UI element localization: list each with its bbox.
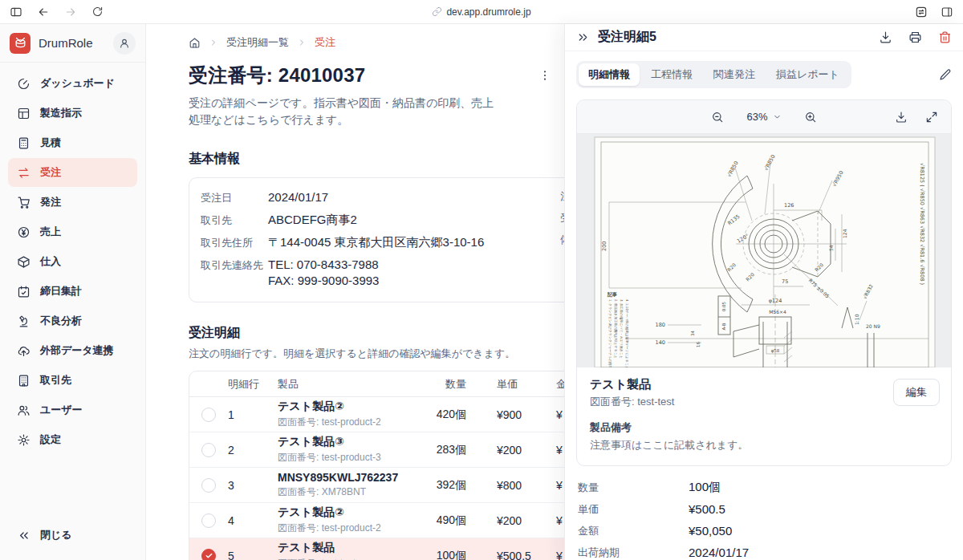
- link-icon: [432, 6, 442, 17]
- chevrons-right-icon[interactable]: [576, 30, 590, 44]
- printer-icon[interactable]: [908, 30, 922, 44]
- microscope-icon: [16, 314, 30, 328]
- svg-text:φ58: φ58: [771, 348, 780, 354]
- sidebar-item-purchase-orders[interactable]: 発注: [8, 188, 137, 217]
- zoom-in-icon[interactable]: [804, 111, 817, 124]
- sidebar-item-sales[interactable]: 売上: [8, 217, 137, 246]
- trash-icon[interactable]: [938, 30, 952, 44]
- cloud-upload-icon: [16, 343, 30, 358]
- gear-icon: [16, 432, 30, 447]
- svg-text:126: 126: [784, 202, 794, 209]
- svg-text:1:10: 1:10: [854, 314, 859, 325]
- sidebar-item-label: 外部データ連携: [40, 343, 114, 358]
- building-icon: [16, 373, 30, 388]
- sidebar-item-label: 受注: [40, 165, 61, 180]
- sidebar-item-label: 見積: [40, 136, 61, 150]
- sidebar-item-orders[interactable]: 受注: [8, 158, 137, 187]
- detail-row: 単価 ¥500.5: [578, 498, 950, 520]
- browser-sidebar-toggle-icon[interactable]: [10, 6, 22, 18]
- user-avatar[interactable]: [113, 32, 136, 55]
- svg-text:A-B: A-B: [721, 323, 726, 330]
- edit-button[interactable]: 編集: [893, 379, 940, 406]
- sidebar-item-defect-analysis[interactable]: 不良分析: [8, 306, 137, 335]
- download-icon[interactable]: [879, 30, 892, 44]
- zoom-level-value: 63%: [746, 111, 767, 123]
- panel-toggle-icon[interactable]: [941, 6, 953, 18]
- row-radio[interactable]: [201, 408, 216, 422]
- row-radio[interactable]: [201, 478, 216, 493]
- sidebar-item-purchasing[interactable]: 仕入: [8, 247, 137, 276]
- chevron-right-icon: [209, 38, 218, 47]
- tab-process-info[interactable]: 工程情報: [641, 63, 702, 86]
- sidebar-item-partners[interactable]: 取引先: [8, 366, 137, 395]
- drumrole-logo-icon: [10, 33, 30, 54]
- users-icon: [16, 403, 30, 417]
- sidebar-item-settings[interactable]: 設定: [8, 425, 137, 454]
- sidebar-item-external-data[interactable]: 外部データ連携: [8, 336, 137, 365]
- breadcrumb-order-lines[interactable]: 受注明細一覧: [226, 35, 289, 50]
- sidebar-item-estimate[interactable]: 見積: [8, 128, 137, 157]
- more-vertical-icon[interactable]: [538, 69, 551, 82]
- row-radio-checked[interactable]: [201, 549, 216, 560]
- row-radio[interactable]: [201, 513, 216, 528]
- browser-nav-group: [10, 6, 104, 18]
- svg-text:200: 200: [601, 241, 607, 251]
- screen: dev.app.drumrole.jp DrumRole: [0, 0, 963, 560]
- sidebar: DrumRole ダッシュボード 製造指示 見積 受注: [0, 24, 146, 560]
- row-radio[interactable]: [201, 443, 216, 457]
- sidebar-item-label: 売上: [40, 225, 61, 239]
- sidebar-item-closing[interactable]: 締日集計: [8, 277, 137, 306]
- page-description: 受注の詳細ページです。指示書や図面・納品書の印刷、売上 処理などはこちらで行えま…: [189, 95, 542, 128]
- svg-text:1. クランクピン及びクランクジャーナルの同芯度に注意のこと: 1. クランクピン及びクランクジャーナルの同芯度に注意のこと: [608, 299, 612, 367]
- drawing-viewer-card: 63%: [576, 99, 952, 466]
- tab-line-info[interactable]: 明細情報: [579, 63, 640, 86]
- chevron-down-icon: [773, 112, 782, 121]
- url-text: dev.app.drumrole.jp: [446, 6, 530, 18]
- browser-back-icon[interactable]: [37, 6, 50, 18]
- svg-text:3. 加工面の端部にバリ・カエリ無きこと: 3. 加工面の端部にバリ・カエリ無きこと: [620, 299, 624, 359]
- svg-text:√R8125 ( √R850 √R863 √R832 √R8: √R8125 ( √R850 √R863 √R832 √R81.6 √R808 …: [919, 163, 925, 285]
- svg-text:記事: 記事: [607, 291, 617, 298]
- address-bar[interactable]: dev.app.drumrole.jp: [0, 6, 963, 18]
- detail-row: 出荷納期 2024/01/17: [578, 542, 950, 560]
- sidebar-item-label: ユーザー: [40, 403, 83, 417]
- sidebar-item-label: 仕入: [40, 254, 61, 269]
- translate-icon[interactable]: [915, 6, 928, 18]
- drawing-area[interactable]: √R850 √R850 √R950 126 200 R135 120°: [577, 134, 951, 367]
- table-icon: [16, 106, 30, 120]
- zoom-level-dropdown[interactable]: 63%: [746, 111, 781, 123]
- panel-tabs-row: 明細情報 工程情報 関連発注 損益レポート: [576, 61, 952, 88]
- breadcrumb-order[interactable]: 受注: [315, 35, 335, 50]
- sidebar-item-manufacturing[interactable]: 製造指示: [8, 99, 137, 128]
- download-icon[interactable]: [895, 111, 908, 124]
- panel-header: 受注明細5: [565, 24, 963, 51]
- gauge-icon: [16, 76, 30, 91]
- browser-forward-icon[interactable]: [64, 6, 77, 18]
- pencil-icon[interactable]: [939, 68, 952, 81]
- column-line: 明細行: [228, 377, 278, 392]
- zoom-out-icon[interactable]: [711, 111, 724, 124]
- sidebar-item-label: 設定: [40, 432, 61, 447]
- tab-related-po[interactable]: 関連発注: [704, 63, 765, 86]
- sidebar-collapse-button[interactable]: 閉じる: [8, 521, 137, 550]
- product-remarks-label: 製品備考: [590, 420, 938, 435]
- page-title: 受注番号: 24010037: [189, 63, 534, 88]
- svg-text:124: 124: [842, 229, 847, 238]
- sidebar-item-label: 締日集計: [40, 284, 82, 298]
- detail-panel: 受注明細5 明細情報 工程情報 関連発注 損益レポート: [564, 24, 963, 560]
- column-qty: 数量: [398, 377, 466, 392]
- home-icon[interactable]: [189, 37, 201, 49]
- sidebar-item-label: 発注: [40, 195, 61, 209]
- expand-icon[interactable]: [925, 111, 938, 124]
- calendar-check-icon: [16, 284, 30, 298]
- technical-drawing: √R850 √R850 √R950 126 200 R135 120°: [577, 134, 952, 367]
- tab-profit-report[interactable]: 損益レポート: [766, 63, 849, 86]
- detail-row: 金額 ¥50,050: [578, 520, 950, 542]
- browser-reload-icon[interactable]: [91, 6, 104, 18]
- sidebar-item-users[interactable]: ユーザー: [8, 396, 137, 424]
- sidebar-item-label: 取引先: [40, 373, 71, 388]
- panel-actions: [879, 30, 952, 44]
- svg-text:φ124: φ124: [769, 298, 782, 304]
- sidebar-header: DrumRole: [0, 24, 145, 63]
- sidebar-item-dashboard[interactable]: ダッシュボード: [8, 69, 137, 98]
